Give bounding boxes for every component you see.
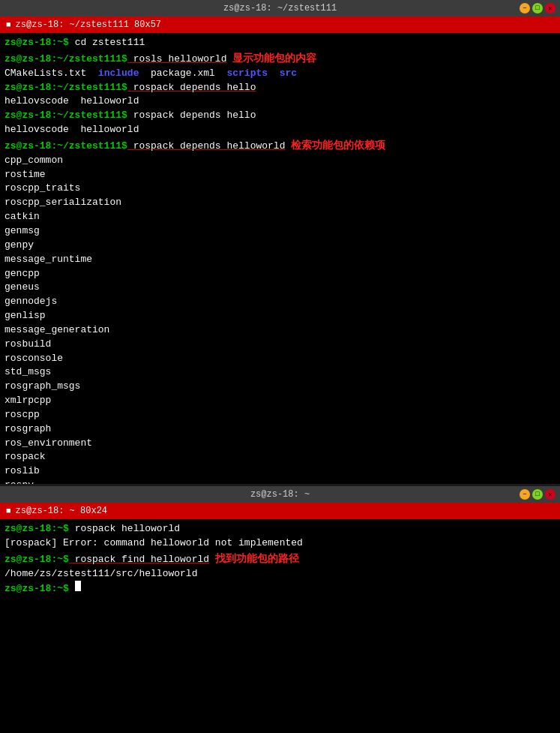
output-text: roscpp [4,408,40,422]
terminal-window-top: zs@zs-18: ~/zstest111 − □ ✕ ■ zs@zs-18: … [0,0,560,484]
tab-label-top: zs@zs-18: ~/zstest111 80x57 [16,20,161,30]
list-item: xmlrpcpp [4,394,556,408]
command: rospack helloworld [69,522,180,536]
output-dir: scripts [226,67,279,81]
list-item: genmsg [4,224,556,239]
list-item: hellovscode helloworld [4,123,556,137]
output-text: gencpp [4,267,40,281]
output-text: message_generation [4,323,109,338]
window-controls-bottom[interactable]: − □ ✕ [520,489,556,500]
list-item: zs@zs-18:~$ cd zstest111 [4,36,556,50]
annotation: 找到功能包的路径 [209,551,299,566]
window-title-top: zs@zs-18: ~/zstest111 [223,3,337,14]
title-bar-bottom: zs@zs-18: ~ − □ ✕ [0,486,560,503]
output-text: package.xml [151,67,226,81]
command: cd zstest111 [69,36,145,50]
prompt: zs@zs-18:~$ [4,522,69,536]
command: rospack find helloworld [69,553,209,567]
close-button-bottom[interactable]: ✕ [545,489,556,500]
output-text: genmsg [4,224,40,239]
minimize-button-top[interactable]: − [520,3,530,14]
output-text: roscpp_traits [4,182,80,196]
output-text: roslib [4,464,40,479]
list-item: CMakeLists.txt include package.xml scrip… [4,67,556,81]
minimize-button-bottom[interactable]: − [520,489,530,500]
list-item: rosbuild [4,338,556,352]
output-text: roscpp_serialization [4,196,121,210]
output-text: [rospack] Error: command helloworld not … [4,536,303,551]
tab-bar-top: ■ zs@zs-18: ~/zstest111 80x57 [0,17,560,33]
prompt: zs@zs-18:~/zstest111$ [4,109,127,123]
output-text: message_runtime [4,253,92,267]
terminal-body-top[interactable]: zs@zs-18:~$ cd zstest111 zs@zs-18:~/zste… [0,33,560,484]
list-item: rospy [4,479,556,484]
output-text: xmlrpcpp [4,394,51,408]
terminal-body-bottom[interactable]: zs@zs-18:~$ rospack helloworld [rospack]… [0,519,560,733]
annotation: 检索功能包的依赖项 [285,137,385,152]
list-item: hellovscode helloworld [4,95,556,109]
prompt: zs@zs-18:~/zstest111$ [4,53,127,67]
list-item: roslib [4,464,556,479]
maximize-button-top[interactable]: □ [532,3,543,14]
output-text: hellovscode helloworld [4,95,139,109]
list-item: zs@zs-18:~$ rospack find helloworld 找到功能… [4,551,556,567]
list-item: gencpp [4,267,556,281]
list-item: zs@zs-18:~/zstest111$ rospack depends he… [4,137,556,154]
list-item: roscpp_traits [4,182,556,196]
close-button-top[interactable]: ✕ [545,3,556,14]
list-item: geneus [4,281,556,295]
list-item: [rospack] Error: command helloworld not … [4,536,556,551]
list-item: ros_environment [4,437,556,451]
command: rosls helloworld [127,53,227,67]
list-item: genlisp [4,309,556,323]
list-item: std_msgs [4,365,556,380]
output-dir: include [98,67,151,81]
annotation: 显示功能包的内容 [226,50,316,65]
list-item: zs@zs-18:~$ [4,581,556,596]
list-item: roscpp [4,408,556,422]
tab-bar-bottom: ■ zs@zs-18: ~ 80x24 [0,503,560,519]
output-text: geneus [4,281,40,295]
command: rospack depends helloworld [127,140,286,154]
prompt: zs@zs-18:~/zstest111$ [4,81,127,95]
command: rospack depends hello [127,109,256,123]
prompt: zs@zs-18:~$ [4,582,69,596]
list-item: /home/zs/zstest111/src/helloworld [4,567,556,581]
title-bar-top: zs@zs-18: ~/zstest111 − □ ✕ [0,0,560,17]
window-controls-top[interactable]: − □ ✕ [520,3,556,14]
list-item: rosgraph [4,422,556,437]
output-text: rosgraph_msgs [4,380,80,394]
output-text: rosbuild [4,338,51,352]
list-item: message_runtime [4,253,556,267]
list-item: zs@zs-18:~$ rospack helloworld [4,522,556,536]
output-text: genpy [4,239,34,253]
list-item: rostime [4,168,556,182]
list-item: cpp_common [4,154,556,168]
output-text: cpp_common [4,154,63,168]
list-item: message_generation [4,323,556,338]
output-text: rospack [4,450,46,464]
list-item: zs@zs-18:~/zstest111$ rosls helloworld 显… [4,50,556,67]
output-text: rostime [4,168,46,182]
maximize-button-bottom[interactable]: □ [532,489,543,500]
tab-label-bottom: zs@zs-18: ~ 80x24 [16,506,107,516]
list-item: rospack [4,450,556,464]
list-item: gennodejs [4,295,556,309]
output-text: std_msgs [4,365,51,380]
prompt: zs@zs-18:~$ [4,553,69,567]
terminal-window-bottom: zs@zs-18: ~ − □ ✕ ■ zs@zs-18: ~ 80x24 zs… [0,486,560,733]
output-text: CMakeLists.txt [4,67,98,81]
list-item: zs@zs-18:~/zstest111$ rospack depends he… [4,81,556,95]
output-text: genlisp [4,309,46,323]
terminal-cursor [75,581,81,591]
output-text: rosconsole [4,352,63,366]
output-text: rosgraph [4,422,51,437]
command: rospack depends hello [127,81,256,95]
prompt: zs@zs-18:~$ [4,36,69,50]
output-text: gennodejs [4,295,57,309]
window-title-bottom: zs@zs-18: ~ [250,489,310,500]
list-item: zs@zs-18:~/zstest111$ rospack depends he… [4,109,556,123]
list-item: genpy [4,239,556,253]
prompt: zs@zs-18:~/zstest111$ [4,140,127,154]
list-item: rosgraph_msgs [4,380,556,394]
